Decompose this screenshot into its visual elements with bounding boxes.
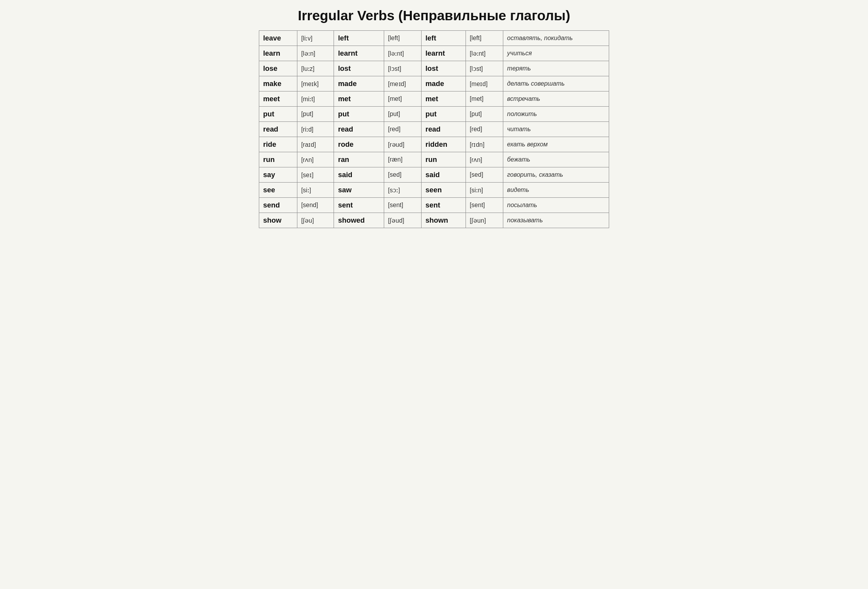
table-row: put [put] put [put] put [put] положить [259, 107, 609, 122]
table-row: see [siː] saw [sɔː] seen [siːn] видеть [259, 183, 609, 198]
translation-cell: положить [503, 107, 609, 122]
p2-cell: [sed] [384, 167, 421, 183]
translation-cell: встречать [503, 91, 609, 107]
p3-cell: [lɔst] [466, 61, 503, 76]
v1-cell: leave [259, 31, 297, 46]
p3-cell: [rɪdn] [466, 137, 503, 152]
v2-cell: sent [334, 198, 384, 213]
p2-cell: [ləːnt] [384, 46, 421, 61]
v1-cell: meet [259, 91, 297, 107]
v3-cell: shown [421, 213, 466, 228]
page-container: Irregular Verbs (Неправильные глаголы) l… [259, 8, 609, 228]
table-row: show [ʃəu] showed [ʃəud] shown [ʃəun] по… [259, 213, 609, 228]
v2-cell: saw [334, 183, 384, 198]
v3-cell: met [421, 91, 466, 107]
translation-cell: читать [503, 122, 609, 137]
p1-cell: [miːt] [297, 91, 334, 107]
v3-cell: read [421, 122, 466, 137]
p2-cell: [met] [384, 91, 421, 107]
v2-cell: ran [334, 152, 384, 167]
v3-cell: left [421, 31, 466, 46]
v2-cell: showed [334, 213, 384, 228]
p2-cell: [ʃəud] [384, 213, 421, 228]
v2-cell: put [334, 107, 384, 122]
v2-cell: left [334, 31, 384, 46]
translation-cell: показывать [503, 213, 609, 228]
v3-cell: put [421, 107, 466, 122]
p2-cell: [meɪd] [384, 76, 421, 91]
table-row: say [seɪ] said [sed] said [sed] говорить… [259, 167, 609, 183]
v1-cell: say [259, 167, 297, 183]
v3-cell: run [421, 152, 466, 167]
v3-cell: seen [421, 183, 466, 198]
translation-cell: терять [503, 61, 609, 76]
p2-cell: [sɔː] [384, 183, 421, 198]
v1-cell: send [259, 198, 297, 213]
p1-cell: [raɪd] [297, 137, 334, 152]
table-row: read [riːd] read [red] read [red] читать [259, 122, 609, 137]
p3-cell: [sent] [466, 198, 503, 213]
p1-cell: [ʃəu] [297, 213, 334, 228]
p2-cell: [left] [384, 31, 421, 46]
v1-cell: see [259, 183, 297, 198]
v3-cell: sent [421, 198, 466, 213]
v1-cell: read [259, 122, 297, 137]
v2-cell: said [334, 167, 384, 183]
p3-cell: [met] [466, 91, 503, 107]
page-title: Irregular Verbs (Неправильные глаголы) [259, 8, 609, 23]
v2-cell: rode [334, 137, 384, 152]
v3-cell: learnt [421, 46, 466, 61]
p3-cell: [sed] [466, 167, 503, 183]
p1-cell: [meɪk] [297, 76, 334, 91]
v1-cell: make [259, 76, 297, 91]
p3-cell: [put] [466, 107, 503, 122]
v2-cell: met [334, 91, 384, 107]
table-row: leave [liːv] left [left] left [left] ост… [259, 31, 609, 46]
p1-cell: [send] [297, 198, 334, 213]
p1-cell: [rʌn] [297, 152, 334, 167]
p1-cell: [riːd] [297, 122, 334, 137]
p1-cell: [siː] [297, 183, 334, 198]
v2-cell: made [334, 76, 384, 91]
v1-cell: put [259, 107, 297, 122]
v2-cell: lost [334, 61, 384, 76]
p3-cell: [ləːnt] [466, 46, 503, 61]
p1-cell: [seɪ] [297, 167, 334, 183]
v3-cell: lost [421, 61, 466, 76]
verbs-table: leave [liːv] left [left] left [left] ост… [259, 30, 609, 228]
v3-cell: made [421, 76, 466, 91]
translation-cell: оставлять, покидать [503, 31, 609, 46]
table-row: make [meɪk] made [meɪd] made [meɪd] дела… [259, 76, 609, 91]
v2-cell: read [334, 122, 384, 137]
v3-cell: said [421, 167, 466, 183]
translation-cell: бежать [503, 152, 609, 167]
translation-cell: видеть [503, 183, 609, 198]
p1-cell: [ləːn] [297, 46, 334, 61]
table-row: lose [luːz] lost [lɔst] lost [lɔst] теря… [259, 61, 609, 76]
v1-cell: ride [259, 137, 297, 152]
p2-cell: [rəud] [384, 137, 421, 152]
v2-cell: learnt [334, 46, 384, 61]
translation-cell: учиться [503, 46, 609, 61]
table-row: run [rʌn] ran [ræn] run [rʌn] бежать [259, 152, 609, 167]
v3-cell: ridden [421, 137, 466, 152]
p2-cell: [lɔst] [384, 61, 421, 76]
p3-cell: [meɪd] [466, 76, 503, 91]
translation-cell: делать совершать [503, 76, 609, 91]
table-row: learn [ləːn] learnt [ləːnt] learnt [ləːn… [259, 46, 609, 61]
p1-cell: [liːv] [297, 31, 334, 46]
translation-cell: ехать верхом [503, 137, 609, 152]
p3-cell: [ʃəun] [466, 213, 503, 228]
translation-cell: посылать [503, 198, 609, 213]
p2-cell: [ræn] [384, 152, 421, 167]
p1-cell: [luːz] [297, 61, 334, 76]
p1-cell: [put] [297, 107, 334, 122]
v1-cell: show [259, 213, 297, 228]
p3-cell: [rʌn] [466, 152, 503, 167]
p3-cell: [red] [466, 122, 503, 137]
v1-cell: learn [259, 46, 297, 61]
table-row: send [send] sent [sent] sent [sent] посы… [259, 198, 609, 213]
p3-cell: [left] [466, 31, 503, 46]
table-row: meet [miːt] met [met] met [met] встречат… [259, 91, 609, 107]
p2-cell: [sent] [384, 198, 421, 213]
